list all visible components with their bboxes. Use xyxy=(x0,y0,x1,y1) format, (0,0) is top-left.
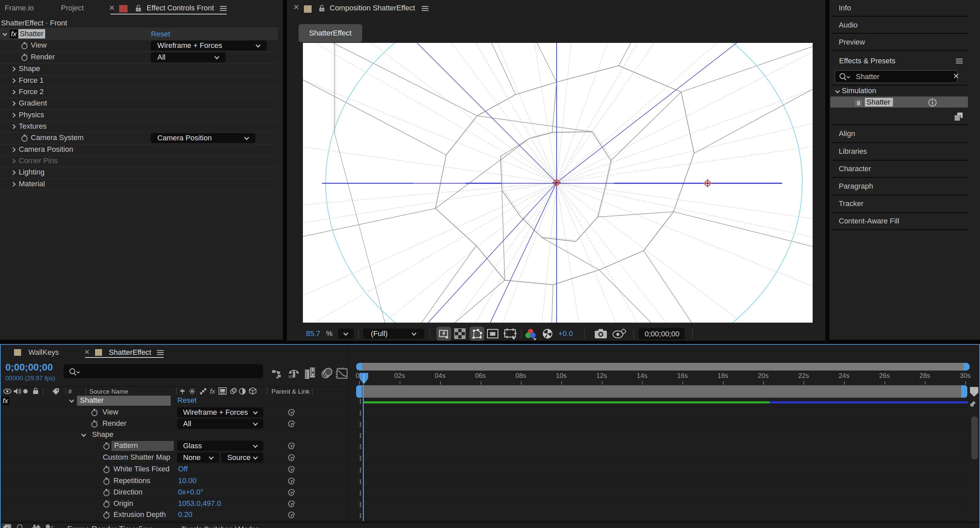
svg-text:8: 8 xyxy=(857,100,860,107)
svg-text:fx: fx xyxy=(210,388,216,395)
